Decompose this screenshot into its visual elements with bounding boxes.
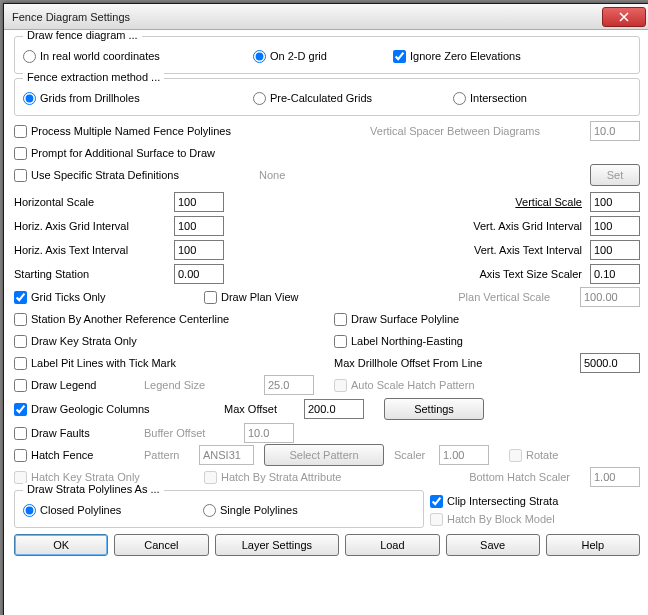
label-vspacer: Vertical Spacer Between Diagrams (370, 125, 540, 137)
radio-real-world[interactable]: In real world coordinates (23, 50, 253, 63)
group-draw-fence: Draw fence diagram ... In real world coo… (14, 36, 640, 74)
group-polylines-legend: Draw Strata Polylines As ... (23, 483, 164, 495)
input-starting-station[interactable] (174, 264, 224, 284)
check-draw-faults[interactable]: Draw Faults (14, 427, 144, 440)
label-starting-station: Starting Station (14, 268, 174, 280)
check-draw-legend[interactable]: Draw Legend (14, 379, 144, 392)
radio-grids-drillholes[interactable]: Grids from Drillholes (23, 92, 253, 105)
check-hatch-key-strata: Hatch Key Strata Only (14, 471, 204, 484)
check-hatch-fence[interactable]: Hatch Fence (14, 449, 144, 462)
set-button: Set (590, 164, 640, 186)
close-icon (619, 12, 629, 22)
save-button[interactable]: Save (446, 534, 540, 556)
check-draw-surface-poly[interactable]: Draw Surface Polyline (334, 313, 459, 326)
input-pattern (199, 445, 254, 465)
label-vgrid: Vert. Axis Grid Interval (450, 220, 590, 232)
group-extract-legend: Fence extraction method ... (23, 71, 164, 83)
input-atsize[interactable] (590, 264, 640, 284)
check-clip-intersecting[interactable]: Clip Intersecting Strata (430, 495, 640, 508)
load-button[interactable]: Load (345, 534, 439, 556)
label-none: None (259, 169, 285, 181)
label-htext: Horiz. Axis Text Interval (14, 244, 174, 256)
close-button[interactable] (602, 7, 646, 27)
check-hatch-by-strata-attr: Hatch By Strata Attribute (204, 471, 341, 484)
check-rotate: Rotate (509, 449, 558, 462)
check-process-multi[interactable]: Process Multiple Named Fence Polylines (14, 125, 231, 138)
group-polylines: Draw Strata Polylines As ... Closed Poly… (14, 490, 424, 528)
check-draw-plan[interactable]: Draw Plan View (204, 291, 334, 304)
input-legend-size (264, 375, 314, 395)
check-label-pit[interactable]: Label Pit Lines with Tick Mark (14, 357, 334, 370)
label-legend-size: Legend Size (144, 379, 264, 391)
label-hgrid: Horiz. Axis Grid Interval (14, 220, 174, 232)
input-max-drill[interactable] (580, 353, 640, 373)
radio-on-2d-grid[interactable]: On 2-D grid (253, 50, 393, 63)
check-use-strata-defs[interactable]: Use Specific Strata Definitions (14, 169, 179, 182)
help-button[interactable]: Help (546, 534, 640, 556)
cancel-button[interactable]: Cancel (114, 534, 208, 556)
check-grid-ticks[interactable]: Grid Ticks Only (14, 291, 204, 304)
link-vscale[interactable]: Vertical Scale (450, 196, 590, 208)
label-vtext: Vert. Axis Text Interval (450, 244, 590, 256)
input-hscale[interactable] (174, 192, 224, 212)
input-scaler (439, 445, 489, 465)
check-prompt-additional[interactable]: Prompt for Additional Surface to Draw (14, 147, 215, 160)
titlebar: Fence Diagram Settings (4, 4, 648, 30)
label-bottom-hatch: Bottom Hatch Scaler (469, 471, 570, 483)
check-label-ne[interactable]: Label Northing-Easting (334, 335, 463, 348)
check-draw-geo[interactable]: Draw Geologic Columns (14, 403, 224, 416)
check-auto-hatch: Auto Scale Hatch Pattern (334, 379, 475, 392)
label-max-offset: Max Offset (224, 403, 304, 415)
label-pattern: Pattern (144, 449, 199, 461)
check-ignore-zero[interactable]: Ignore Zero Elevations (393, 50, 521, 63)
radio-precalc-grids[interactable]: Pre-Calculated Grids (253, 92, 453, 105)
settings-button[interactable]: Settings (384, 398, 484, 420)
label-hscale: Horizontal Scale (14, 196, 174, 208)
check-draw-key-strata[interactable]: Draw Key Strata Only (14, 335, 334, 348)
window-title: Fence Diagram Settings (12, 11, 130, 23)
group-draw-legend: Draw fence diagram ... (23, 30, 142, 41)
input-max-offset[interactable] (304, 399, 364, 419)
label-buffer: Buffer Offset (144, 427, 244, 439)
label-scaler: Scaler (394, 449, 439, 461)
layer-settings-button[interactable]: Layer Settings (215, 534, 340, 556)
select-pattern-button: Select Pattern (264, 444, 384, 466)
input-vscale[interactable] (590, 192, 640, 212)
input-vtext[interactable] (590, 240, 640, 260)
check-station-ref[interactable]: Station By Another Reference Centerline (14, 313, 334, 326)
check-hatch-block-model: Hatch By Block Model (430, 513, 640, 526)
input-hgrid[interactable] (174, 216, 224, 236)
dialog-window: Fence Diagram Settings Draw fence diagra… (3, 3, 648, 615)
label-plan-vscale: Plan Vertical Scale (458, 291, 550, 303)
label-atsize: Axis Text Size Scaler (450, 268, 590, 280)
input-plan-vscale (580, 287, 640, 307)
input-vgrid[interactable] (590, 216, 640, 236)
button-row: OK Cancel Layer Settings Load Save Help (14, 534, 640, 556)
input-bottom-hatch (590, 467, 640, 487)
input-buffer (244, 423, 294, 443)
group-extraction: Fence extraction method ... Grids from D… (14, 78, 640, 116)
client-area: Draw fence diagram ... In real world coo… (4, 30, 648, 615)
radio-single-polylines[interactable]: Single Polylines (203, 504, 298, 517)
ok-button[interactable]: OK (14, 534, 108, 556)
input-htext[interactable] (174, 240, 224, 260)
radio-intersection[interactable]: Intersection (453, 92, 527, 105)
radio-closed-polylines[interactable]: Closed Polylines (23, 504, 203, 517)
input-vspacer (590, 121, 640, 141)
label-max-drill: Max Drillhole Offset From Line (334, 357, 482, 369)
